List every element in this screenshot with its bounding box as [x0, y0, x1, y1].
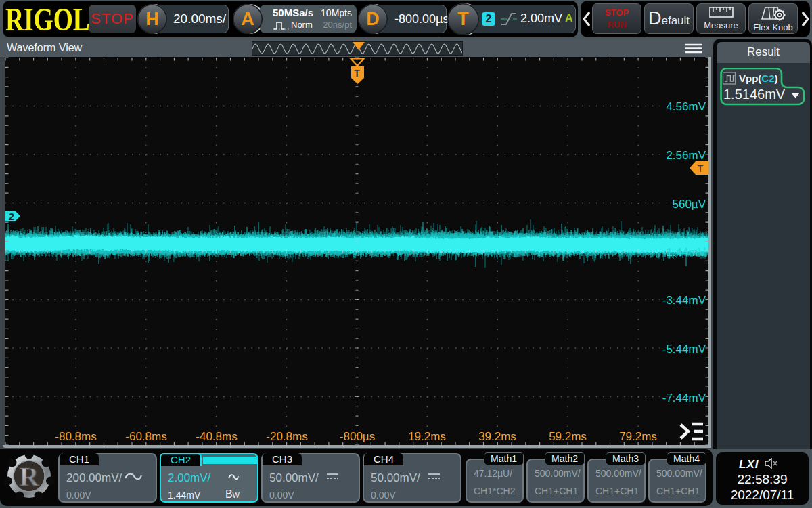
- svg-text:2: 2: [9, 211, 14, 222]
- svg-text:T: T: [354, 68, 360, 79]
- svg-text:1.5146mV: 1.5146mV: [723, 87, 786, 102]
- svg-text:Vpp(C2): Vpp(C2): [739, 72, 778, 84]
- svg-text:T: T: [698, 163, 704, 174]
- svg-text:R: R: [20, 461, 40, 492]
